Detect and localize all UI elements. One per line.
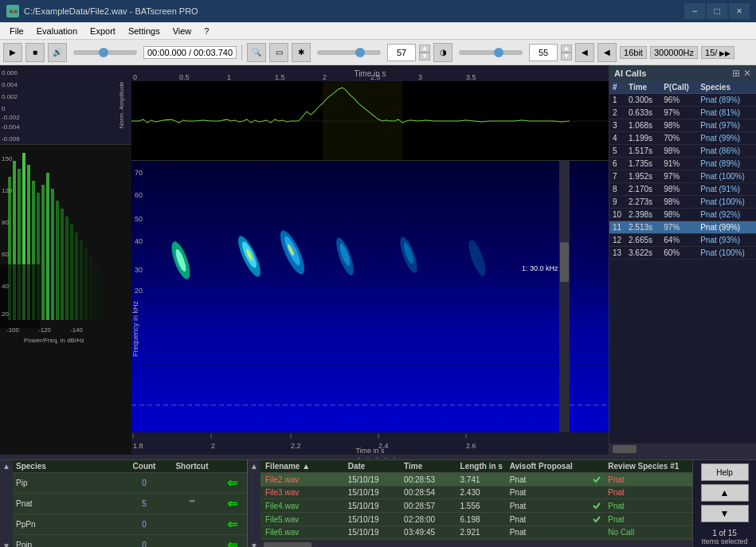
menu-view[interactable]: View	[166, 25, 198, 37]
species-arrow-icon[interactable]: ⇐	[220, 475, 244, 490]
zoom-button[interactable]: 🔍	[247, 43, 266, 62]
ai-call-row[interactable]: 9 2.273s 98% Pnat (100%)	[609, 196, 756, 209]
menu-file[interactable]: File	[3, 25, 30, 37]
brightness-up[interactable]: ▲	[561, 45, 572, 53]
file-list-scroll-down[interactable]: ▼	[250, 541, 258, 547]
menu-settings[interactable]: Settings	[122, 25, 166, 37]
file-list-scroll-thumb[interactable]	[264, 542, 311, 547]
file-col-header-avisoft[interactable]: Avisoft Proposal	[508, 462, 591, 471]
file-row[interactable]: File3.wav 15/10/19 00:28:54 2.430 Pnat P…	[260, 486, 692, 499]
ai-call-row[interactable]: 5 1.517s 98% Pnat (86%)	[609, 145, 756, 158]
bottom-panel: ▲ ▼ Species Count Shortcut Pip 0 ⇐ Pnat …	[0, 459, 756, 547]
file-col-header-time[interactable]: Time	[402, 462, 458, 471]
spectrogram-display[interactable]: 70 60 50 40 30 20 1: 30.0 kHz Frequency …	[131, 161, 609, 432]
view-button[interactable]: ▭	[269, 43, 288, 62]
file-col-length: 3.741	[459, 475, 508, 484]
ai-call-row[interactable]: 13 3.622s 60% Pnat (100%)	[609, 247, 756, 260]
mute-button[interactable]: 🔊	[48, 43, 67, 62]
species-row[interactable]: Ppip 0 ⇐	[13, 535, 247, 547]
species-scroll-down[interactable]: ▼	[2, 541, 10, 547]
menu-help[interactable]: ?	[198, 25, 215, 37]
ai-call-row[interactable]: 8 2.170s 98% Pnat (91%)	[609, 183, 756, 196]
file-row[interactable]: File4.wav 15/10/19 00:28:57 1.556 Pnat P…	[260, 499, 692, 513]
zoom-input[interactable]	[387, 44, 416, 61]
species-arrow-icon[interactable]: ⇐	[220, 517, 244, 532]
scroll-up-button[interactable]: ▲	[701, 484, 749, 502]
minimize-button[interactable]: −	[684, 3, 705, 19]
brightness-slider[interactable]	[459, 50, 523, 55]
svg-text:0.002: 0.002	[2, 93, 18, 100]
ai-call-row[interactable]: 4 1.199s 70% Pnat (99%)	[609, 132, 756, 145]
file-col-header-review[interactable]: Review Species #1	[606, 462, 689, 471]
species-row[interactable]: Pnat 5 ⇐	[13, 494, 247, 514]
file-col-header-filename[interactable]: Filename ▲	[264, 462, 347, 471]
svg-text:30: 30	[135, 266, 143, 274]
svg-rect-84	[560, 242, 569, 282]
ai-call-row[interactable]: 3 1.068s 98% Pnat (97%)	[609, 119, 756, 132]
ai-call-row[interactable]: 1 0.300s 96% Pnat (89%)	[609, 94, 756, 107]
file-list-header: Filename ▲ Date Time Length in s Avisoft…	[260, 460, 692, 473]
help-button[interactable]: Help	[701, 463, 749, 481]
scroll-down-button[interactable]: ▼	[701, 505, 749, 522]
file-col-header-length[interactable]: Length in s	[459, 462, 508, 471]
zoom-down[interactable]: ▼	[419, 53, 430, 61]
asterisk-button[interactable]: ✱	[292, 43, 311, 62]
ai-call-row[interactable]: 2 0.633s 97% Pnat (81%)	[609, 107, 756, 119]
call-pcall: 70%	[660, 132, 697, 145]
species-arrow-icon[interactable]: ⇐	[220, 537, 244, 547]
species-row[interactable]: Pip 0 ⇐	[13, 473, 247, 494]
zoom-up[interactable]: ▲	[419, 45, 430, 53]
prev-file-button[interactable]: ◀	[575, 43, 594, 62]
menu-export[interactable]: Export	[84, 25, 122, 37]
file-list-scroll-up[interactable]: ▲	[250, 462, 258, 471]
close-button[interactable]: ×	[729, 3, 750, 19]
ai-calls-close[interactable]: ✕	[743, 68, 751, 79]
brightness-down[interactable]: ▼	[561, 53, 572, 61]
next-file-button[interactable]: ◀	[597, 43, 617, 62]
call-species: Pnat (92%)	[697, 209, 756, 221]
ai-call-row[interactable]: 6 1.735s 91% Pnat (89%)	[609, 158, 756, 170]
zoom-slider[interactable]	[317, 50, 381, 55]
svg-text:120: 120	[2, 187, 13, 194]
volume-thumb[interactable]	[99, 48, 108, 57]
ai-call-row[interactable]: 10 2.398s 98% Pnat (92%)	[609, 209, 756, 221]
species-col-header-shortcut: Shortcut	[164, 462, 220, 471]
species-scroll-up[interactable]: ▲	[2, 462, 10, 471]
ai-call-row[interactable]: 7 1.952s 97% Pnat (100%)	[609, 170, 756, 183]
call-num: 8	[609, 183, 625, 196]
file-col-filename: File3.wav	[264, 488, 347, 497]
zoom-thumb[interactable]	[355, 48, 365, 57]
species-row[interactable]: PpPn 0 ⇐	[13, 514, 247, 535]
bit-rate: 16bit	[620, 46, 647, 59]
play-button[interactable]: ▶	[3, 43, 22, 62]
ai-call-row[interactable]: 11 2.513s 97% Pnat (99%)	[609, 221, 756, 234]
stop-button[interactable]: ■	[25, 43, 45, 62]
call-num: 4	[609, 132, 625, 145]
file-list-scroll-left[interactable]: ▲ ▼	[248, 460, 260, 547]
brightness-thumb[interactable]	[494, 48, 503, 57]
ai-calls-scrollbar[interactable]	[609, 443, 756, 455]
brightness-input[interactable]	[529, 44, 558, 61]
ai-calls-panel: AI Calls ⊞ ✕ # Time P(Call) Species 1 0	[609, 65, 756, 455]
file-col-filename: File2.wav	[264, 475, 347, 484]
file-col-date: 15/10/19	[347, 528, 402, 537]
svg-text:1.5: 1.5	[275, 73, 285, 81]
file-row[interactable]: File2.wav 15/10/19 00:28:53 3.741 Pnat P…	[260, 473, 692, 486]
maximize-button[interactable]: □	[707, 3, 727, 19]
file-row[interactable]: File5.wav 15/10/19 02:28:00 6.198 Pnat P…	[260, 513, 692, 526]
file-row[interactable]: File6.wav 15/10/19 03:49:45 2.921 Pnat N…	[260, 526, 692, 539]
brightness-button[interactable]: ◑	[433, 43, 452, 62]
ai-call-row[interactable]: 12 2.665s 64% Pnat (93%)	[609, 234, 756, 247]
call-time: 1.952s	[625, 170, 660, 183]
volume-slider[interactable]	[73, 50, 137, 55]
species-scroll-left[interactable]: ▲ ▼	[0, 460, 13, 547]
titlebar: 🦇 C:/ExampleData/File2.wav - BATscreen P…	[0, 0, 756, 22]
waveform-display[interactable]	[131, 81, 609, 161]
file-col-header-date[interactable]: Date	[347, 462, 402, 471]
species-arrow-icon[interactable]: ⇐	[220, 496, 244, 511]
ai-calls-expand[interactable]: ⊞	[732, 68, 740, 79]
file-list-scrollbar[interactable]	[260, 541, 692, 547]
ai-calls-scroll-thumb[interactable]	[613, 445, 637, 453]
file-col-review: No Call	[606, 528, 689, 537]
menu-evaluation[interactable]: Evaluation	[30, 25, 84, 37]
